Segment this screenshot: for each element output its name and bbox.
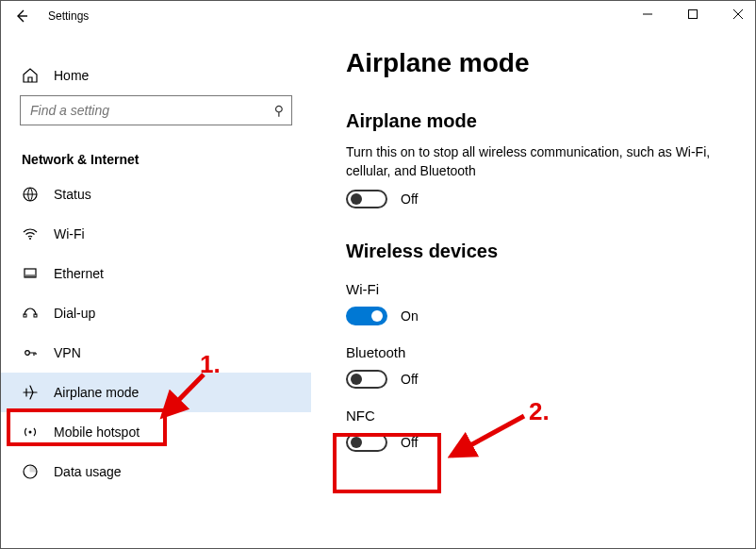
wifi-toggle[interactable] (346, 307, 387, 325)
datausage-icon (22, 463, 39, 480)
search-icon: ⚲ (274, 103, 284, 118)
content-pane: Airplane mode Airplane mode Turn this on… (312, 1, 755, 548)
svg-point-2 (29, 238, 31, 240)
sidebar-item-mobile-hotspot[interactable]: Mobile hotspot (1, 412, 311, 452)
search-box[interactable]: ⚲ (20, 95, 292, 125)
sidebar-item-label: Airplane mode (54, 385, 139, 400)
hotspot-icon (22, 424, 39, 441)
titlebar: Settings (1, 1, 311, 31)
airplane-section-desc: Turn this on to stop all wireless commun… (346, 143, 751, 180)
sidebar-item-label: Status (54, 187, 91, 202)
sidebar-item-vpn[interactable]: VPN (1, 333, 311, 373)
ethernet-icon (22, 265, 39, 282)
device-label-nfc: NFC (346, 408, 755, 424)
sidebar-item-label: Wi-Fi (54, 226, 85, 241)
svg-point-12 (29, 431, 32, 434)
svg-point-11 (25, 351, 30, 356)
sidebar-item-wifi[interactable]: Wi-Fi (1, 214, 311, 254)
home-label: Home (54, 68, 89, 83)
sidebar-pane: Settings Home ⚲ Network & Internet Statu… (1, 1, 312, 548)
airplane-icon (22, 384, 39, 401)
close-button[interactable] (725, 3, 751, 25)
svg-rect-15 (689, 10, 698, 19)
svg-rect-10 (34, 314, 37, 317)
device-label-wifi: Wi-Fi (346, 281, 755, 297)
wireless-section-header: Wireless devices (346, 241, 755, 262)
sidebar-item-ethernet[interactable]: Ethernet (1, 254, 311, 293)
back-button[interactable] (7, 1, 37, 31)
wifi-state: On (401, 308, 419, 324)
bluetooth-toggle[interactable] (346, 370, 387, 389)
sidebar-item-label: VPN (54, 345, 81, 360)
wifi-icon (22, 225, 39, 242)
sidebar-item-label: Mobile hotspot (54, 424, 140, 440)
sidebar-nav: Status Wi-Fi Ethernet Dial-up (1, 175, 311, 491)
sidebar-item-status[interactable]: Status (1, 175, 311, 214)
vpn-icon (22, 344, 39, 361)
dialup-icon (22, 305, 39, 322)
sidebar-item-label: Dial-up (54, 306, 95, 321)
bluetooth-state: Off (401, 372, 418, 387)
airplane-mode-state: Off (401, 191, 418, 207)
nfc-toggle[interactable] (346, 433, 387, 452)
airplane-mode-toggle[interactable] (346, 190, 387, 208)
device-label-bluetooth: Bluetooth (346, 344, 755, 360)
sidebar-item-label: Data usage (54, 464, 122, 479)
svg-rect-9 (24, 314, 26, 317)
nfc-state: Off (401, 435, 418, 450)
sidebar-item-data-usage[interactable]: Data usage (1, 452, 311, 491)
maximize-button[interactable] (680, 3, 706, 25)
sidebar-item-home[interactable]: Home (1, 58, 311, 92)
sidebar-item-label: Ethernet (54, 266, 104, 281)
minimize-button[interactable] (634, 3, 661, 25)
window-title: Settings (48, 9, 89, 23)
page-title: Airplane mode (346, 48, 755, 78)
search-input[interactable] (28, 102, 274, 119)
home-icon (22, 67, 39, 84)
airplane-section-header: Airplane mode (346, 110, 755, 132)
globe-icon (22, 186, 39, 203)
category-header: Network & Internet (22, 152, 290, 167)
sidebar-item-airplane-mode[interactable]: Airplane mode (1, 373, 311, 412)
sidebar-item-dialup[interactable]: Dial-up (1, 293, 311, 333)
